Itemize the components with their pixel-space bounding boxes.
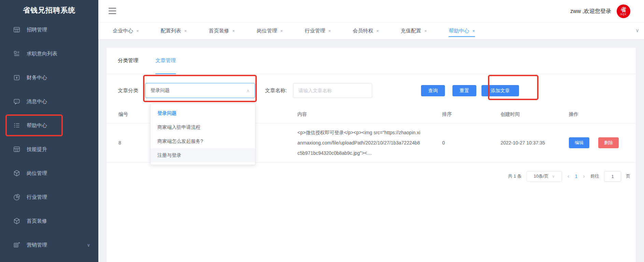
sidebar-item-industry-manage[interactable]: 行业管理 [0, 185, 98, 209]
total-count-text: 共 1 条 [508, 173, 521, 179]
tabs-dropdown-chevron-icon[interactable]: ∨ [635, 27, 639, 33]
avatar-main-text: 省 [621, 7, 626, 13]
page-size-select[interactable]: 10条/页 ∨ [527, 171, 562, 182]
pagination: 共 1 条 10条/页 ∨ ‹ 1 › 前往 页 [508, 171, 630, 182]
tab-home-decorate[interactable]: 首页装修× [209, 23, 235, 39]
app-title: 省钱兄招聘系统 [0, 0, 98, 20]
close-icon[interactable]: × [184, 28, 187, 33]
close-icon[interactable]: × [376, 28, 379, 33]
next-page-icon[interactable]: › [582, 173, 586, 180]
tab-category-manage[interactable]: 分类管理 [118, 57, 138, 74]
sidebar-item-label: 技能提升 [27, 146, 47, 153]
tab-post-manage[interactable]: 岗位管理× [257, 23, 283, 39]
add-article-button[interactable]: 添加文章 [481, 85, 519, 96]
sidebar-menu: 招聘管理 求职意向列表 财务中心 消息中心 帮助中心 [0, 18, 98, 257]
sidebar-item-marketing-manage[interactable]: 营销管理 ∨ [0, 233, 98, 257]
cell-sort: 0 [430, 123, 489, 162]
close-icon[interactable]: × [136, 28, 139, 33]
chevron-down-icon: ∨ [552, 174, 555, 179]
tab-recharge-config[interactable]: 充值配置× [401, 23, 427, 39]
delete-button[interactable]: 删除 [598, 137, 619, 148]
table-grid-icon [13, 146, 20, 153]
goto-label: 前往 [590, 173, 599, 179]
avatar-sub-text: SQX [620, 13, 627, 15]
sidebar-item-label: 帮助中心 [27, 122, 47, 129]
message-icon [13, 98, 20, 105]
menu-toggle-icon[interactable] [109, 8, 116, 14]
tab-industry-manage[interactable]: 行业管理× [305, 23, 331, 39]
sidebar-item-label: 行业管理 [27, 194, 47, 201]
page-size-value: 10条/页 [534, 173, 549, 179]
article-name-label: 文章名称: [265, 83, 287, 98]
goto-page-input[interactable] [604, 171, 621, 182]
avatar[interactable]: 省 SQX [617, 4, 630, 18]
sidebar-item-post-manage[interactable]: 岗位管理 [0, 161, 98, 185]
close-icon[interactable]: × [424, 28, 427, 33]
col-header-actions: 操作 [557, 106, 636, 123]
page-unit-label: 页 [626, 173, 630, 179]
reset-button[interactable]: 重置 [452, 85, 476, 96]
sidebar-item-label: 岗位管理 [27, 170, 47, 177]
sidebar-item-label: 求职意向列表 [27, 51, 57, 57]
sidebar-item-help-center[interactable]: 帮助中心 [0, 113, 98, 137]
chevron-down-icon: ∨ [87, 243, 90, 248]
ordered-list-icon [13, 122, 20, 129]
card-tabs: 分类管理 文章管理 [107, 48, 636, 74]
content-html-text: <p>微信授权即可登录</p><p><img src="https://zhao… [297, 127, 420, 158]
sidebar-item-message-center[interactable]: 消息中心 [0, 89, 98, 113]
dropdown-option-merchant-service[interactable]: 商家端怎么发起服务? [151, 134, 255, 148]
sidebar-item-skill-improve[interactable]: 技能提升 [0, 137, 98, 161]
cell-content: <p>微信授权即可登录</p><p><img src="https://zhao… [285, 123, 430, 162]
sidebar-item-label: 首页装修 [27, 218, 47, 224]
search-button[interactable]: 查询 [421, 85, 445, 96]
prev-page-icon[interactable]: ‹ [567, 173, 570, 180]
category-dropdown-panel: 登录问题 商家端入驻申请流程 商家端怎么发起服务? 注册与登录 [150, 104, 255, 165]
article-category-select[interactable]: 登录问题 ∧ [145, 83, 255, 98]
edit-button[interactable]: 编辑 [569, 137, 589, 148]
table-grid-icon [13, 26, 20, 33]
chevron-up-icon: ∧ [246, 88, 250, 93]
tab-help-center[interactable]: 帮助中心× [449, 23, 475, 39]
sidebar-item-label: 消息中心 [27, 98, 47, 105]
welcome-text: zww ,欢迎您登录 [570, 0, 611, 23]
topbar: zww ,欢迎您登录 省 SQX [98, 0, 644, 23]
tab-enterprise-center[interactable]: 企业中心× [113, 23, 139, 39]
layout-plus-icon [13, 241, 20, 249]
col-header-content: 内容 [285, 106, 430, 123]
sidebar-item-job-intention-list[interactable]: 求职意向列表 [0, 42, 98, 66]
sidebar-item-label: 财务中心 [27, 74, 47, 81]
sidebar-item-home-decorate[interactable]: 首页装修 [0, 209, 98, 233]
sidebar-item-label: 营销管理 [27, 242, 47, 248]
cell-actions: 编辑 删除 [557, 123, 636, 162]
col-header-created: 创建时间 [489, 106, 557, 123]
open-tabs-bar: 企业中心× 配置列表× 首页装修× 岗位管理× 行业管理× 会员特权× 充值配置… [98, 23, 644, 40]
dropdown-option-merchant-apply[interactable]: 商家端入驻申请流程 [151, 120, 255, 134]
dropdown-option-login-issues[interactable]: 登录问题 [151, 106, 255, 120]
close-icon[interactable]: × [280, 28, 283, 33]
cell-created: 2022-10-27 10:37:35 [489, 123, 557, 162]
article-name-input[interactable] [293, 83, 372, 98]
tab-member-privilege[interactable]: 会员特权× [353, 23, 379, 39]
sidebar: 省钱兄招聘系统 招聘管理 求职意向列表 财务中心 消息中心 [0, 0, 98, 262]
cube-icon [13, 217, 20, 225]
list-icon [13, 50, 20, 57]
finance-icon [13, 74, 20, 81]
tab-article-manage[interactable]: 文章管理 [155, 57, 176, 74]
current-page-number[interactable]: 1 [575, 174, 578, 179]
selected-category-value: 登录问题 [151, 87, 246, 94]
article-category-label: 文章分类 [118, 83, 138, 98]
cube-icon [13, 169, 20, 177]
sidebar-item-label: 招聘管理 [27, 27, 47, 33]
tab-config-list[interactable]: 配置列表× [161, 23, 187, 39]
sidebar-item-finance-center[interactable]: 财务中心 [0, 66, 98, 89]
close-icon[interactable]: × [472, 28, 475, 33]
dropdown-option-register-login[interactable]: 注册与登录 [151, 148, 255, 162]
col-header-sort: 排序 [430, 106, 489, 123]
content-card: 分类管理 文章管理 文章分类 登录问题 ∧ 文章名称: 查询 重置 添加文章 编… [107, 48, 636, 262]
close-icon[interactable]: × [232, 28, 235, 33]
pie-chart-icon [13, 193, 20, 201]
close-icon[interactable]: × [328, 28, 331, 33]
sidebar-item-recruit-manage[interactable]: 招聘管理 [0, 18, 98, 42]
